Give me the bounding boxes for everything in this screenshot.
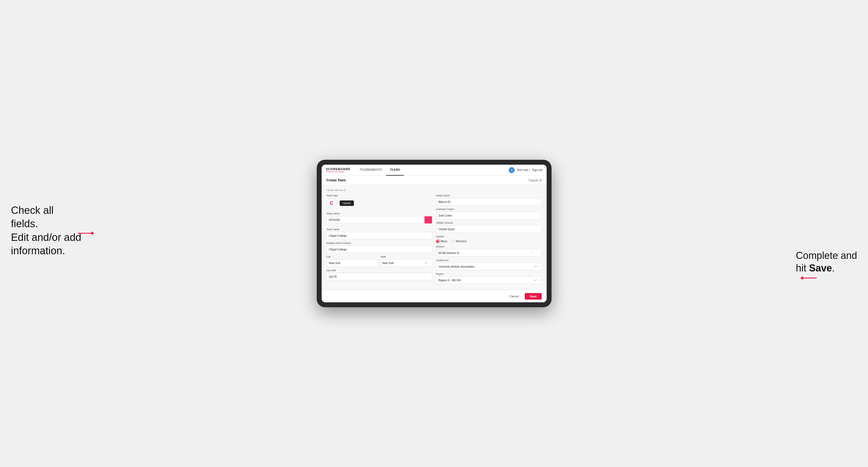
state-group: State New York × ⌄ <box>380 255 432 267</box>
gender-womens-radio[interactable]: Womens <box>451 240 466 243</box>
head-coach-input[interactable] <box>436 198 542 206</box>
conference-value: University Athletic Association <box>438 265 474 268</box>
team-name-input[interactable] <box>327 232 432 240</box>
nav-links: TOURNAMENTS TEAMS <box>356 165 509 176</box>
gender-mens-radio[interactable]: Mens <box>436 240 447 243</box>
team-name-label: Team name <box>327 228 432 231</box>
conference-arrow-icon: ⌃⌄ <box>535 265 540 268</box>
logo-area: C Upload <box>327 198 432 208</box>
team-logo-label: Team logo <box>327 194 432 197</box>
annotation-right: Complete and hit Save. <box>796 249 857 275</box>
assistant-coach-group: Assistant Coach <box>436 208 542 219</box>
state-label: State <box>380 255 432 258</box>
nav-user-area: T Test User | Sign out <box>509 167 542 173</box>
colour-swatch[interactable] <box>425 216 432 224</box>
head-coach-group: Head Coach <box>436 194 542 206</box>
region-label: Region <box>436 273 542 275</box>
logo-circle: C <box>327 198 337 208</box>
modal-header: Create Team Cancel ✕ <box>322 176 547 185</box>
colour-input[interactable] <box>327 216 425 224</box>
head-coach-label: Head Coach <box>436 194 542 197</box>
region-arrow-icon: ⌃⌄ <box>535 279 540 282</box>
zip-input[interactable] <box>327 273 432 280</box>
conference-label: Conference <box>436 259 542 261</box>
team-colour-label: Team colour <box>327 212 432 215</box>
svg-marker-1 <box>91 231 94 235</box>
avatar: T <box>509 167 515 173</box>
city-input[interactable] <box>327 259 378 267</box>
conference-group: Conference University Athletic Associati… <box>436 259 542 270</box>
assistant-coach-input[interactable] <box>436 212 542 219</box>
sign-out-link[interactable]: Sign out <box>532 168 542 172</box>
nav-teams[interactable]: TEAMS <box>386 165 404 176</box>
state-dropdown-icon: ⌄ <box>428 261 430 264</box>
state-select[interactable]: New York × ⌄ <box>380 259 432 267</box>
page-wrapper: Check all fields. Edit and/or add inform… <box>11 160 857 307</box>
athletic-director-group: Athletic Director <box>436 221 542 233</box>
nav-bar: SCOREBOARD Powered by clippd TOURNAMENTS… <box>322 165 547 176</box>
womens-radio-dot <box>451 240 455 243</box>
right-column: Head Coach Assistant Coach Athletic Dire… <box>436 194 542 286</box>
state-clear-icon[interactable]: × <box>425 261 427 264</box>
region-dropdown[interactable]: Region II - (M) DIII × ⌃⌄ <box>436 276 542 284</box>
city-group: City <box>327 255 378 267</box>
gender-radio-group: Mens Womens <box>436 240 542 243</box>
display-name-label: Display name (unique) <box>327 242 432 244</box>
assistant-coach-label: Assistant Coach <box>436 208 542 211</box>
section-label: TEAM DETAILS <box>327 189 542 191</box>
city-state-row: City State New York × ⌄ <box>327 255 432 267</box>
modal-title: Create Team <box>327 178 346 182</box>
left-column: Team logo C Upload Team colour <box>327 194 432 286</box>
gender-group: Gender Mens Womens <box>436 235 542 243</box>
annotation-left: Check all fields. Edit and/or add inform… <box>11 204 82 258</box>
division-group: Division NCAA Division III ⌃⌄ <box>436 245 542 257</box>
svg-marker-3 <box>800 276 803 280</box>
tablet-screen: SCOREBOARD Powered by clippd TOURNAMENTS… <box>322 165 547 302</box>
mens-radio-dot <box>436 240 440 243</box>
save-button[interactable]: Save <box>525 293 542 300</box>
division-label: Division <box>436 245 542 248</box>
athletic-director-label: Athletic Director <box>436 221 542 224</box>
zip-group: Zip code <box>327 269 432 280</box>
team-name-group: Team name <box>327 228 432 240</box>
modal-footer: Cancel Save <box>322 290 547 302</box>
logo-text: SCOREBOARD <box>326 168 350 171</box>
region-value: Region II - (M) DIII <box>438 279 461 282</box>
close-icon: ✕ <box>539 179 542 182</box>
team-colour-group: Team colour <box>327 212 432 226</box>
division-value: NCAA Division III <box>438 251 459 254</box>
city-label: City <box>327 255 378 258</box>
upload-button[interactable]: Upload <box>340 200 354 206</box>
logo-sub: Powered by clippd <box>326 171 350 173</box>
cancel-button[interactable]: Cancel <box>506 293 522 300</box>
division-arrow-icon: ⌃⌄ <box>530 251 534 254</box>
colour-row <box>327 216 432 224</box>
team-logo-group: Team logo C Upload <box>327 194 432 210</box>
modal-body: TEAM DETAILS Team logo C Upload <box>322 185 547 290</box>
modal-close-button[interactable]: Cancel ✕ <box>529 179 541 182</box>
display-name-group: Display name (unique) <box>327 242 432 253</box>
zip-label: Zip code <box>327 269 432 272</box>
form-columns: Team logo C Upload Team colour <box>327 194 542 286</box>
conference-dropdown[interactable]: University Athletic Association × ⌃⌄ <box>436 263 542 270</box>
arrow-right-icon <box>800 274 817 282</box>
app-logo: SCOREBOARD Powered by clippd <box>326 168 350 173</box>
athletic-director-input[interactable] <box>436 225 542 233</box>
region-group: Region Region II - (M) DIII × ⌃⌄ <box>436 273 542 284</box>
nav-tournaments[interactable]: TOURNAMENTS <box>356 165 386 176</box>
tablet-device: SCOREBOARD Powered by clippd TOURNAMENTS… <box>317 160 552 307</box>
arrow-left-icon <box>78 229 94 237</box>
display-name-input[interactable] <box>327 246 432 253</box>
gender-label: Gender <box>436 235 542 238</box>
user-name: Test User | <box>517 168 530 172</box>
division-dropdown[interactable]: NCAA Division III ⌃⌄ <box>436 249 542 257</box>
state-value: New York <box>382 261 394 264</box>
